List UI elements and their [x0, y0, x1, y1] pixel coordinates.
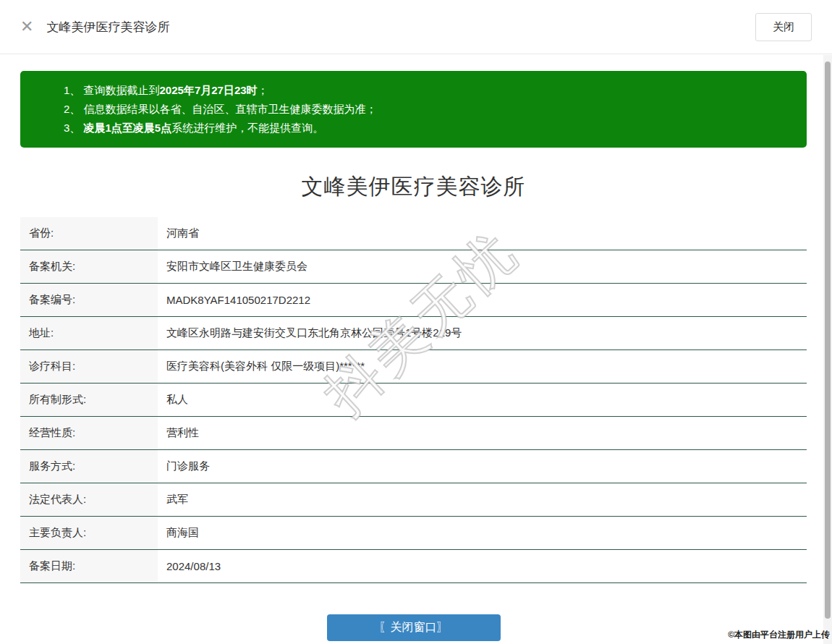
upload-credit-text: ©本图由平台注册用户上传: [728, 629, 830, 641]
table-row: 经营性质:营利性: [20, 417, 807, 450]
row-value: 营利性: [158, 417, 807, 449]
row-value: 私人: [158, 384, 807, 416]
row-label: 诊疗科目:: [20, 350, 158, 383]
table-row: 所有制形式:私人: [20, 384, 807, 417]
row-label: 备案编号:: [20, 284, 158, 316]
table-row: 法定代表人:武军: [20, 483, 807, 517]
table-row: 备案编号:MADK8YAF141050217D2212: [20, 284, 807, 317]
row-value: 武军: [158, 483, 807, 516]
row-value: 河南省: [158, 217, 807, 250]
row-label: 备案日期:: [20, 550, 158, 582]
row-value: 门诊服务: [158, 450, 807, 483]
row-value: 医疗美容科(美容外科 仅限一级项目)******: [158, 350, 807, 383]
close-icon[interactable]: ✕: [20, 19, 33, 35]
main-content: 1、 查询数据截止到2025年7月27日23时；2、 信息数据结果以各省、自治区…: [20, 71, 807, 641]
table-row: 地址:文峰区永明路与建安街交叉口东北角京林公园壹号1号楼219号: [20, 317, 807, 350]
table-row: 备案机关:安阳市文峰区卫生健康委员会: [20, 250, 807, 284]
row-label: 主要负责人:: [20, 517, 158, 549]
row-label: 法定代表人:: [20, 483, 158, 516]
row-value: 商海国: [158, 517, 807, 549]
row-label: 省份:: [20, 217, 158, 250]
close-window-button[interactable]: 〖关闭窗口〗: [327, 614, 501, 641]
page-title: 文峰美伊医疗美容诊所: [20, 172, 807, 202]
row-label: 地址:: [20, 317, 158, 349]
record-table: 省份:河南省备案机关:安阳市文峰区卫生健康委员会备案编号:MADK8YAF141…: [20, 217, 807, 583]
notice-line-2: 2、 信息数据结果以各省、自治区、直辖市卫生健康委数据为准；: [64, 100, 792, 119]
table-row: 省份:河南省: [20, 217, 807, 250]
table-row: 备案日期:2024/08/13: [20, 550, 807, 583]
notice-line-3: 3、 凌晨1点至凌晨5点系统进行维护，不能提供查询。: [64, 119, 792, 137]
row-value: 安阳市文峰区卫生健康委员会: [158, 250, 807, 283]
row-value: 文峰区永明路与建安街交叉口东北角京林公园壹号1号楼219号: [158, 317, 807, 349]
notice-line-1: 1、 查询数据截止到2025年7月27日23时；: [64, 81, 792, 100]
window-title: 文峰美伊医疗美容诊所: [46, 19, 169, 35]
scrollbar-thumb[interactable]: [825, 62, 831, 619]
row-label: 经营性质:: [20, 417, 158, 449]
top-bar: ✕ 文峰美伊医疗美容诊所 关闭: [0, 0, 832, 54]
table-row: 诊疗科目:医疗美容科(美容外科 仅限一级项目)******: [20, 350, 807, 384]
table-row: 主要负责人:商海国: [20, 517, 807, 550]
row-value: 2024/08/13: [158, 550, 807, 582]
row-label: 备案机关:: [20, 250, 158, 283]
table-row: 服务方式:门诊服务: [20, 450, 807, 483]
notice-banner: 1、 查询数据截止到2025年7月27日23时；2、 信息数据结果以各省、自治区…: [20, 71, 807, 148]
row-label: 服务方式:: [20, 450, 158, 483]
row-label: 所有制形式:: [20, 384, 158, 416]
row-value: MADK8YAF141050217D2212: [158, 284, 807, 316]
close-button[interactable]: 关闭: [755, 13, 812, 41]
scrollbar-track[interactable]: [823, 55, 832, 644]
